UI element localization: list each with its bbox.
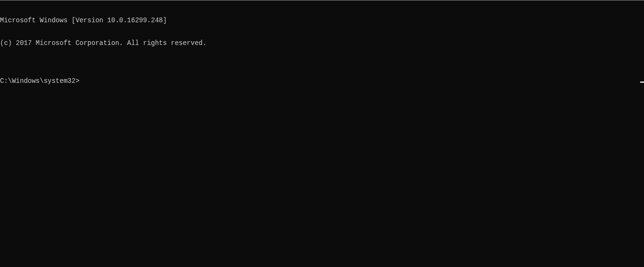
command-input[interactable] [79, 77, 640, 85]
version-line: Microsoft Windows [Version 10.0.16299.24… [0, 17, 644, 24]
command-prompt-terminal[interactable]: Microsoft Windows [Version 10.0.16299.24… [0, 0, 644, 267]
prompt-text: C:\Windows\system32> [0, 77, 79, 85]
copyright-line: (c) 2017 Microsoft Corporation. All righ… [0, 39, 644, 47]
cursor-icon [640, 81, 644, 83]
prompt-line: C:\Windows\system32> [0, 77, 644, 85]
